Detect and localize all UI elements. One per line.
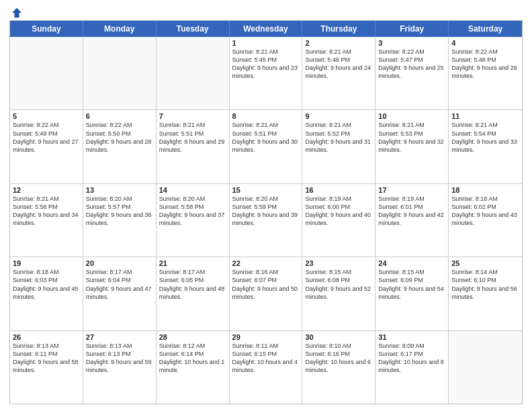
weekday-header: Monday: [83, 21, 157, 37]
calendar-cell: 4Sunrise: 8:22 AM Sunset: 5:48 PM Daylig…: [449, 37, 522, 109]
cell-info: Sunrise: 8:09 AM Sunset: 6:17 PM Dayligh…: [378, 342, 445, 375]
cell-info: Sunrise: 8:19 AM Sunset: 6:00 PM Dayligh…: [305, 195, 372, 228]
calendar-cell: 25Sunrise: 8:14 AM Sunset: 6:10 PM Dayli…: [449, 257, 522, 330]
cell-info: Sunrise: 8:20 AM Sunset: 5:57 PM Dayligh…: [86, 195, 153, 228]
day-number: 25: [451, 259, 519, 267]
day-number: 12: [13, 186, 80, 194]
day-number: 30: [305, 333, 372, 341]
calendar-cell: 2Sunrise: 8:21 AM Sunset: 5:46 PM Daylig…: [302, 37, 375, 109]
day-number: 23: [305, 259, 372, 267]
day-number: 11: [451, 112, 519, 120]
svg-marker-0: [12, 8, 21, 17]
day-number: 31: [378, 333, 445, 341]
calendar-cell: 17Sunrise: 8:19 AM Sunset: 6:01 PM Dayli…: [375, 184, 449, 257]
day-number: 18: [451, 186, 519, 194]
calendar-cell: 14Sunrise: 8:20 AM Sunset: 5:58 PM Dayli…: [157, 184, 230, 257]
cell-info: Sunrise: 8:21 AM Sunset: 5:54 PM Dayligh…: [451, 121, 519, 154]
page: SundayMondayTuesdayWednesdayThursdayFrid…: [0, 0, 532, 411]
calendar-header: SundayMondayTuesdayWednesdayThursdayFrid…: [10, 21, 522, 37]
calendar-cell: 30Sunrise: 8:10 AM Sunset: 6:16 PM Dayli…: [302, 331, 375, 404]
calendar: SundayMondayTuesdayWednesdayThursdayFrid…: [9, 20, 523, 404]
cell-info: Sunrise: 8:21 AM Sunset: 5:52 PM Dayligh…: [305, 121, 372, 154]
calendar-cell: [449, 331, 522, 404]
header: [9, 7, 523, 16]
weekday-header: Sunday: [10, 21, 83, 37]
calendar-row: 5Sunrise: 8:22 AM Sunset: 5:49 PM Daylig…: [10, 109, 522, 183]
cell-info: Sunrise: 8:17 AM Sunset: 6:04 PM Dayligh…: [86, 268, 153, 301]
calendar-cell: 28Sunrise: 8:12 AM Sunset: 6:14 PM Dayli…: [157, 331, 230, 404]
cell-info: Sunrise: 8:16 AM Sunset: 6:07 PM Dayligh…: [232, 268, 300, 301]
cell-info: Sunrise: 8:21 AM Sunset: 5:51 PM Dayligh…: [232, 121, 300, 154]
day-number: 6: [86, 112, 153, 120]
calendar-cell: 1Sunrise: 8:21 AM Sunset: 5:45 PM Daylig…: [230, 37, 303, 109]
cell-info: Sunrise: 8:21 AM Sunset: 5:45 PM Dayligh…: [232, 48, 300, 81]
cell-info: Sunrise: 8:15 AM Sunset: 6:08 PM Dayligh…: [305, 268, 372, 301]
calendar-cell: [10, 37, 83, 109]
cell-info: Sunrise: 8:21 AM Sunset: 5:56 PM Dayligh…: [13, 195, 80, 228]
weekday-header: Wednesday: [230, 21, 303, 37]
day-number: 10: [378, 112, 445, 120]
calendar-cell: 13Sunrise: 8:20 AM Sunset: 5:57 PM Dayli…: [83, 184, 157, 257]
day-number: 14: [159, 186, 226, 194]
cell-info: Sunrise: 8:13 AM Sunset: 6:13 PM Dayligh…: [86, 342, 153, 375]
day-number: 7: [159, 112, 226, 120]
calendar-row: 1Sunrise: 8:21 AM Sunset: 5:45 PM Daylig…: [10, 37, 522, 109]
cell-info: Sunrise: 8:20 AM Sunset: 5:58 PM Dayligh…: [159, 195, 226, 228]
calendar-cell: 24Sunrise: 8:15 AM Sunset: 6:09 PM Dayli…: [375, 257, 449, 330]
calendar-row: 12Sunrise: 8:21 AM Sunset: 5:56 PM Dayli…: [10, 183, 522, 257]
day-number: 28: [159, 333, 226, 341]
calendar-cell: 20Sunrise: 8:17 AM Sunset: 6:04 PM Dayli…: [83, 257, 157, 330]
cell-info: Sunrise: 8:15 AM Sunset: 6:09 PM Dayligh…: [378, 268, 445, 301]
calendar-cell: 19Sunrise: 8:18 AM Sunset: 6:03 PM Dayli…: [10, 257, 83, 330]
weekday-header: Friday: [375, 21, 449, 37]
day-number: 21: [159, 259, 226, 267]
day-number: 26: [13, 333, 80, 341]
calendar-cell: 5Sunrise: 8:22 AM Sunset: 5:49 PM Daylig…: [10, 110, 83, 183]
cell-info: Sunrise: 8:22 AM Sunset: 5:49 PM Dayligh…: [13, 121, 80, 154]
day-number: 22: [232, 259, 300, 267]
calendar-cell: 15Sunrise: 8:20 AM Sunset: 5:59 PM Dayli…: [230, 184, 303, 257]
cell-info: Sunrise: 8:17 AM Sunset: 6:05 PM Dayligh…: [159, 268, 226, 301]
weekday-header: Saturday: [449, 21, 522, 37]
logo: [9, 7, 23, 16]
calendar-cell: 23Sunrise: 8:15 AM Sunset: 6:08 PM Dayli…: [302, 257, 375, 330]
day-number: 15: [232, 186, 300, 194]
cell-info: Sunrise: 8:22 AM Sunset: 5:48 PM Dayligh…: [451, 48, 519, 81]
calendar-cell: 6Sunrise: 8:22 AM Sunset: 5:50 PM Daylig…: [83, 110, 157, 183]
cell-info: Sunrise: 8:22 AM Sunset: 5:50 PM Dayligh…: [86, 121, 153, 154]
calendar-cell: 9Sunrise: 8:21 AM Sunset: 5:52 PM Daylig…: [302, 110, 375, 183]
day-number: 1: [232, 39, 300, 47]
day-number: 20: [86, 259, 153, 267]
calendar-cell: 18Sunrise: 8:18 AM Sunset: 6:02 PM Dayli…: [449, 184, 522, 257]
day-number: 2: [305, 39, 372, 47]
day-number: 13: [86, 186, 153, 194]
calendar-cell: 11Sunrise: 8:21 AM Sunset: 5:54 PM Dayli…: [449, 110, 522, 183]
calendar-cell: 3Sunrise: 8:22 AM Sunset: 5:47 PM Daylig…: [375, 37, 449, 109]
calendar-cell: 12Sunrise: 8:21 AM Sunset: 5:56 PM Dayli…: [10, 184, 83, 257]
calendar-cell: 27Sunrise: 8:13 AM Sunset: 6:13 PM Dayli…: [83, 331, 157, 404]
weekday-header: Thursday: [302, 21, 375, 37]
cell-info: Sunrise: 8:20 AM Sunset: 5:59 PM Dayligh…: [232, 195, 300, 228]
day-number: 19: [13, 259, 80, 267]
cell-info: Sunrise: 8:14 AM Sunset: 6:10 PM Dayligh…: [451, 268, 519, 301]
calendar-cell: 22Sunrise: 8:16 AM Sunset: 6:07 PM Dayli…: [230, 257, 303, 330]
calendar-cell: [157, 37, 230, 109]
cell-info: Sunrise: 8:19 AM Sunset: 6:01 PM Dayligh…: [378, 195, 445, 228]
calendar-cell: 21Sunrise: 8:17 AM Sunset: 6:05 PM Dayli…: [157, 257, 230, 330]
day-number: 27: [86, 333, 153, 341]
cell-info: Sunrise: 8:12 AM Sunset: 6:14 PM Dayligh…: [159, 342, 226, 375]
cell-info: Sunrise: 8:21 AM Sunset: 5:51 PM Dayligh…: [159, 121, 226, 154]
calendar-cell: 16Sunrise: 8:19 AM Sunset: 6:00 PM Dayli…: [302, 184, 375, 257]
day-number: 3: [378, 39, 445, 47]
cell-info: Sunrise: 8:13 AM Sunset: 6:11 PM Dayligh…: [13, 342, 80, 375]
calendar-cell: 29Sunrise: 8:11 AM Sunset: 6:15 PM Dayli…: [230, 331, 303, 404]
day-number: 4: [451, 39, 519, 47]
calendar-row: 26Sunrise: 8:13 AM Sunset: 6:11 PM Dayli…: [10, 330, 522, 404]
cell-info: Sunrise: 8:18 AM Sunset: 6:03 PM Dayligh…: [13, 268, 80, 301]
cell-info: Sunrise: 8:22 AM Sunset: 5:47 PM Dayligh…: [378, 48, 445, 81]
cell-info: Sunrise: 8:21 AM Sunset: 5:53 PM Dayligh…: [378, 121, 445, 154]
calendar-cell: 10Sunrise: 8:21 AM Sunset: 5:53 PM Dayli…: [375, 110, 449, 183]
cell-info: Sunrise: 8:11 AM Sunset: 6:15 PM Dayligh…: [232, 342, 300, 375]
logo-icon: [11, 7, 23, 19]
calendar-cell: 7Sunrise: 8:21 AM Sunset: 5:51 PM Daylig…: [157, 110, 230, 183]
